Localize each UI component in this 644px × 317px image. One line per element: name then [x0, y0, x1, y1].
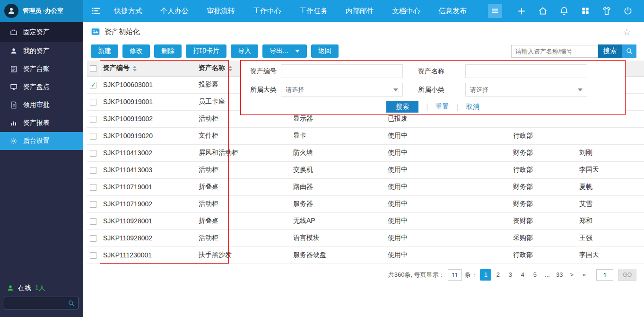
page-size-input[interactable]: [448, 269, 462, 281]
plus-icon[interactable]: [517, 6, 526, 16]
topbar-nav-item[interactable]: 快捷方式: [105, 0, 151, 22]
page-button[interactable]: >: [566, 269, 577, 281]
row-checkbox[interactable]: [90, 150, 96, 157]
sidebar-item-approval[interactable]: 领用审批: [0, 96, 83, 114]
gear-icon: [10, 137, 17, 145]
table-row[interactable]: SJKP110413003 活动柜 交换机 使用中 行政部 李国天: [87, 161, 644, 178]
table-row[interactable]: SJKP110413002 屏风和活动柜 防火墙 使用中 财务部 刘刚: [87, 144, 644, 161]
topbar-nav-item[interactable]: 审批流转: [198, 0, 244, 22]
page-button[interactable]: 4: [517, 269, 528, 281]
page-button[interactable]: 33: [554, 269, 565, 281]
home-icon[interactable]: [538, 6, 548, 16]
subcategory-select[interactable]: 请选择: [465, 83, 587, 97]
row-checkbox[interactable]: [90, 201, 96, 208]
cell-asset-department: 财务部: [509, 178, 575, 195]
row-checkbox[interactable]: [90, 235, 96, 242]
sidebar-search: [4, 297, 78, 309]
power-icon[interactable]: [623, 6, 633, 16]
list-menu-icon[interactable]: [91, 6, 101, 16]
header-asset-code[interactable]: 资产编号: [99, 61, 195, 76]
new-button[interactable]: 新建: [91, 44, 118, 58]
cell-asset-model: 路由器: [289, 178, 384, 195]
sidebar-item-my-assets[interactable]: 我的资产: [0, 42, 83, 60]
search-icon-button[interactable]: [622, 44, 636, 58]
page-header: 资产初始化 ☆: [83, 22, 644, 42]
sidebar-item-admin-settings[interactable]: 后台设置: [0, 132, 83, 150]
sort-icon[interactable]: [228, 66, 232, 71]
cell-asset-code: SJKP110928002: [99, 229, 195, 247]
sidebar-search-input[interactable]: [4, 299, 68, 307]
page-button[interactable]: 2: [492, 269, 504, 281]
edit-button[interactable]: 修改: [122, 44, 150, 58]
search-icon[interactable]: [68, 299, 75, 307]
favorite-star-icon[interactable]: ☆: [623, 27, 636, 36]
chevron-down-icon: [295, 50, 300, 53]
hamburger-menu-button[interactable]: [488, 4, 502, 18]
apps-grid-icon[interactable]: [581, 6, 590, 16]
topbar-nav-item[interactable]: 工作中心: [244, 0, 290, 22]
row-checkbox[interactable]: [90, 167, 96, 174]
search-button[interactable]: 搜索: [598, 44, 622, 58]
sidebar-item-fixed-assets[interactable]: 固定资产: [0, 22, 83, 42]
print-card-button[interactable]: 打印卡片: [186, 44, 226, 58]
page-button[interactable]: »: [578, 269, 590, 281]
page-button[interactable]: ...: [541, 269, 553, 281]
topbar-nav-item[interactable]: 工作任务: [290, 0, 337, 22]
row-checkbox[interactable]: [90, 184, 96, 191]
row-checkbox[interactable]: [90, 116, 96, 123]
table-row[interactable]: SJKP100919020 文件柜 显卡 使用中 行政部: [87, 127, 644, 144]
sidebar-item-asset-inventory[interactable]: 资产盘点: [0, 78, 83, 96]
name-field-input[interactable]: [465, 64, 587, 78]
table-row[interactable]: SJKP110719001 折叠桌 路由器 使用中 财务部 夏帆: [87, 178, 644, 195]
page-button[interactable]: 1: [480, 269, 491, 281]
sidebar-item-asset-ledger[interactable]: 资产台账: [0, 60, 83, 78]
category-select[interactable]: 请选择: [281, 83, 403, 97]
divider: |: [426, 103, 428, 111]
sort-icon[interactable]: [133, 66, 137, 71]
user-brand[interactable]: 管理员 -办公室: [0, 0, 83, 22]
topbar-nav-item[interactable]: 个人办公: [151, 0, 198, 22]
goto-page-input[interactable]: [596, 269, 613, 281]
cell-asset-code: SJKP110719001: [99, 178, 195, 195]
table-row[interactable]: SJKP110928002 活动柜 语言模块 使用中 采购部 王强: [87, 229, 644, 247]
row-checkbox[interactable]: [90, 99, 96, 106]
page-button[interactable]: 5: [529, 269, 540, 281]
panel-cancel-button[interactable]: 取消: [466, 103, 479, 111]
row-checkbox[interactable]: [90, 82, 96, 88]
cell-asset-name: 文件柜: [195, 127, 289, 144]
topbar-nav-item[interactable]: 内部邮件: [337, 0, 383, 22]
search-icon: [626, 47, 633, 55]
delete-button[interactable]: 删除: [154, 44, 182, 58]
table-row[interactable]: SJKP110719002 活动柜 服务器 使用中 财务部 艾雪: [87, 195, 644, 212]
select-all-checkbox[interactable]: [90, 65, 96, 72]
ledger-icon: [10, 65, 17, 73]
cell-asset-status: 使用中: [384, 144, 509, 161]
row-checkbox[interactable]: [90, 252, 96, 259]
cell-asset-code: SJKP110413002: [99, 144, 195, 161]
go-button[interactable]: GO: [618, 269, 636, 281]
export-dropdown-button[interactable]: 导出...: [262, 44, 307, 58]
subcategory-select-value: 请选择: [470, 86, 488, 94]
panel-search-button[interactable]: 搜索: [386, 101, 418, 113]
bell-icon[interactable]: [559, 6, 569, 16]
panel-reset-button[interactable]: 重置: [436, 103, 449, 111]
import-button[interactable]: 导入: [231, 44, 258, 58]
cell-asset-model: 交换机: [289, 161, 384, 178]
row-checkbox[interactable]: [90, 133, 96, 140]
code-field-input[interactable]: [281, 64, 403, 78]
theme-shirt-icon[interactable]: [602, 6, 611, 16]
topbar-nav-item[interactable]: 文档中心: [383, 0, 429, 22]
asset-search-input[interactable]: [511, 45, 598, 58]
topbar-nav-item[interactable]: 信息发布: [429, 0, 476, 22]
cell-asset-user: 李国天: [575, 161, 644, 178]
document-icon: [10, 101, 17, 109]
code-field-label: 资产编号: [241, 67, 281, 76]
row-checkbox[interactable]: [90, 218, 96, 225]
page-button[interactable]: 3: [505, 269, 516, 281]
sidebar-item-asset-reports[interactable]: 资产报表: [0, 114, 83, 132]
back-button[interactable]: 返回: [311, 44, 339, 58]
table-row[interactable]: SJKP110928001 折叠桌 无线AP 使用中 资财部 郑和: [87, 212, 644, 229]
table-row[interactable]: SJKP111230001 扶手黑沙发 服务器硬盘 使用中 行政部 李国天: [87, 247, 644, 264]
cell-asset-model: 服务器硬盘: [289, 247, 384, 264]
cell-asset-department: 资财部: [509, 212, 575, 229]
